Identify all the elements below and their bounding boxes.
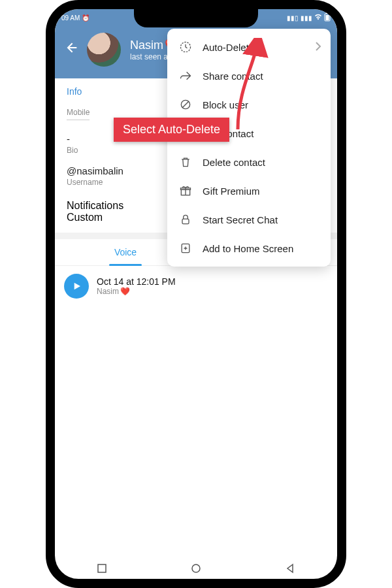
menu-gift-premium[interactable]: Gift Premium — [167, 176, 331, 205]
tutorial-callout: Select Auto-Delete — [114, 118, 229, 142]
menu-secret-chat[interactable]: Start Secret Chat — [167, 205, 331, 234]
svg-rect-9 — [98, 564, 106, 572]
nav-back[interactable] — [277, 563, 303, 574]
signal-icon-2: ▮▮▮ — [301, 14, 312, 22]
nav-home[interactable] — [183, 563, 209, 574]
menu-block-user[interactable]: Block user — [167, 90, 331, 119]
signal-icon: ▮▮▯ — [287, 14, 299, 22]
heart-icon: ❤️ — [120, 287, 130, 296]
lock-icon — [179, 213, 192, 226]
menu-auto-delete[interactable]: Auto-Delete — [167, 33, 331, 61]
svg-rect-1 — [326, 12, 329, 14]
timer-icon — [179, 41, 192, 54]
battery-icon — [324, 12, 331, 23]
add-home-icon — [179, 242, 192, 255]
avatar[interactable] — [87, 33, 121, 67]
voice-timestamp: Oct 14 at 12:01 PM — [97, 276, 176, 287]
menu-add-home-screen[interactable]: Add to Home Screen — [167, 234, 331, 263]
wifi-icon — [314, 14, 322, 22]
nav-recent[interactable] — [89, 563, 115, 574]
alarm-off-icon: ⏰ — [82, 14, 90, 22]
notifications-label: Notifications — [67, 200, 123, 212]
android-nav-bar — [55, 558, 337, 579]
phone-frame: 09 AM ⏰ ▮▮▯ ▮▮▮ Nasim❤️ last seen at — [46, 0, 346, 588]
menu-share-contact[interactable]: Share contact — [167, 61, 331, 90]
back-button[interactable] — [65, 41, 78, 58]
chevron-right-icon — [315, 42, 321, 53]
svg-rect-2 — [326, 15, 329, 20]
play-button[interactable] — [64, 274, 89, 299]
notifications-sub: Custom — [67, 212, 123, 223]
voice-from: Nasim❤️ — [97, 287, 176, 296]
voice-message-item[interactable]: Oct 14 at 12:01 PM Nasim❤️ — [55, 266, 337, 306]
svg-rect-7 — [182, 219, 189, 224]
gift-icon — [179, 184, 192, 197]
svg-point-10 — [192, 564, 200, 572]
status-time: 09 AM — [61, 14, 80, 22]
trash-icon — [179, 155, 192, 169]
mobile-label[interactable]: Mobile — [67, 108, 90, 120]
block-icon — [179, 98, 192, 111]
notch — [134, 9, 258, 27]
share-icon — [179, 69, 192, 82]
menu-delete-contact[interactable]: Delete contact — [167, 148, 331, 176]
overflow-menu: Auto-Delete Share contact Block user Edi… — [167, 29, 331, 267]
